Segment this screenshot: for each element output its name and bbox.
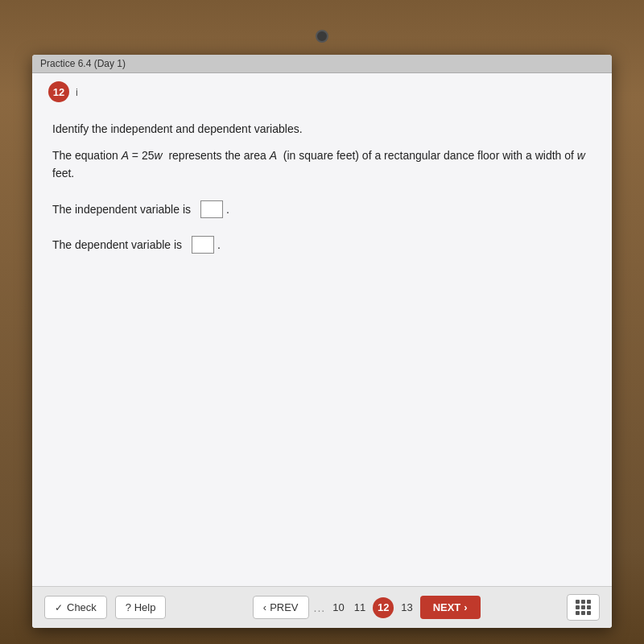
browser-window: Practice 6.4 (Day 1) 12 i Identify the i… <box>32 55 612 628</box>
next-chevron-icon: › <box>464 601 467 613</box>
dependent-variable-line: The dependent variable is . <box>52 236 592 254</box>
help-button[interactable]: ? Help <box>115 596 167 619</box>
page-13[interactable]: 13 <box>398 601 415 613</box>
next-button[interactable]: NEXT › <box>420 596 481 619</box>
grid-menu-button[interactable] <box>567 594 600 621</box>
equation-text: The equation A = 25w represents the area… <box>52 147 592 183</box>
page-12-active[interactable]: 12 <box>373 597 394 618</box>
instruction-text: Identify the independent and dependent v… <box>52 122 592 135</box>
page-11[interactable]: 11 <box>352 601 368 613</box>
prev-chevron-icon: ‹ <box>263 601 266 613</box>
question-body: Identify the independent and dependent v… <box>32 106 612 586</box>
nav-center: ‹ PREV ... 10 11 12 13 NEXT › <box>174 596 559 619</box>
page-10[interactable]: 10 <box>330 601 346 613</box>
independent-answer-input[interactable] <box>200 200 223 218</box>
camera-dot <box>316 30 328 43</box>
prev-button[interactable]: ‹ PREV <box>253 596 309 619</box>
page-title-bar: Practice 6.4 (Day 1) <box>32 55 612 73</box>
page-title: Practice 6.4 (Day 1) <box>40 58 126 69</box>
question-number-bar: 12 i <box>32 73 612 106</box>
question-number-badge: 12 <box>48 81 69 102</box>
dependent-label: The dependent variable is <box>52 238 182 251</box>
camera-bar <box>32 24 612 48</box>
independent-period: . <box>226 203 229 216</box>
dependent-answer-input[interactable] <box>192 236 214 254</box>
dependent-period: . <box>217 238 221 251</box>
bottom-nav: ✓ Check ? Help ‹ PREV ... 10 11 12 <box>32 586 612 628</box>
help-label: ? Help <box>126 601 156 613</box>
grid-icon <box>576 600 591 615</box>
independent-box-spacer <box>194 203 197 216</box>
independent-variable-line: The independent variable is . <box>52 200 592 218</box>
independent-label: The independent variable is <box>52 203 191 216</box>
checkmark-icon: ✓ <box>55 602 63 613</box>
page-numbers: ... 10 11 12 13 <box>314 597 415 618</box>
screen-bezel: Practice 6.4 (Day 1) 12 i Identify the i… <box>0 0 644 644</box>
next-label: NEXT <box>433 601 461 613</box>
check-button[interactable]: ✓ Check <box>44 596 107 619</box>
info-icon: i <box>76 86 78 98</box>
dependent-box-spacer <box>185 238 188 251</box>
content-area: 12 i Identify the independent and depend… <box>32 73 612 628</box>
prev-label: PREV <box>270 601 298 613</box>
dots: ... <box>314 601 326 614</box>
check-label: Check <box>67 601 97 613</box>
